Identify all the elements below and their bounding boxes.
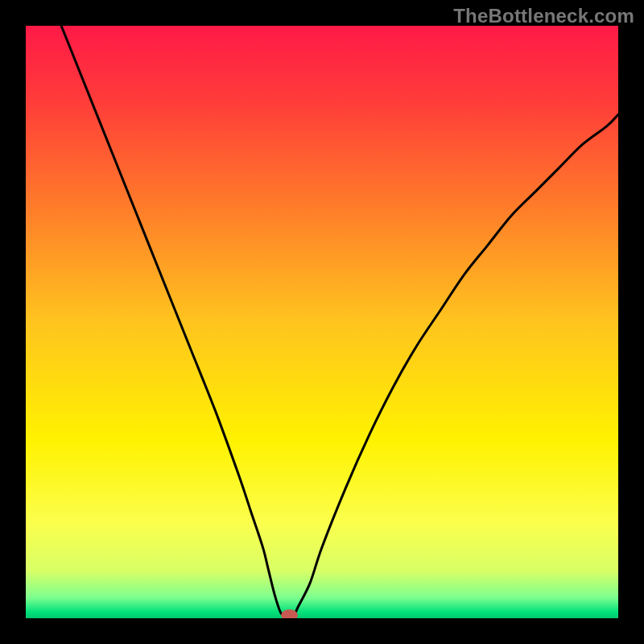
watermark-text: TheBottleneck.com	[453, 5, 634, 27]
chart-plot-area	[26, 26, 618, 618]
outer-black-frame: TheBottleneck.com	[0, 0, 644, 644]
gradient-background	[26, 26, 618, 618]
chart-svg	[26, 26, 618, 618]
